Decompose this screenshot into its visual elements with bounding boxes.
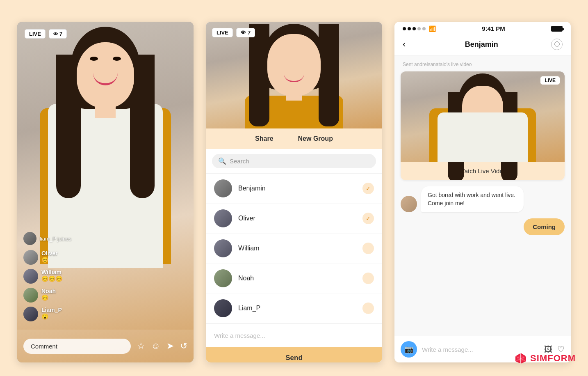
screen1-live: LIVE 👁 7 liam_P joines Oliver 😊 xyxy=(17,22,194,362)
incoming-message-row: Got bored with work and went live. Come … xyxy=(401,186,565,212)
back-button[interactable]: ‹ xyxy=(403,39,406,50)
signal-dot-1 xyxy=(403,27,406,30)
sender-avatar xyxy=(401,196,417,212)
comment-noah: Noah 😊 xyxy=(23,288,71,303)
person-eye-left xyxy=(90,57,98,61)
cp-neck xyxy=(475,103,490,113)
noah2-avatar xyxy=(214,269,232,287)
battery-icon xyxy=(551,26,563,32)
info-button[interactable]: ⓘ xyxy=(551,39,563,50)
william-name: William xyxy=(41,269,62,275)
signal-dot-4 xyxy=(417,27,421,30)
star-icon[interactable]: ☆ xyxy=(137,341,145,351)
card-person xyxy=(401,71,565,162)
live-video-card[interactable]: LIVE Watch Live Video xyxy=(401,71,565,180)
eye-icon2: 👁 xyxy=(241,30,246,36)
william2-avatar xyxy=(214,239,232,257)
oliver-check[interactable]: ✓ xyxy=(362,213,374,224)
chat-nav: ‹ Benjamin ⓘ xyxy=(394,34,571,55)
live-card-badge: LIVE xyxy=(540,76,560,85)
join-avatar xyxy=(23,232,36,245)
chat-title: Benjamin xyxy=(412,40,551,49)
send-button[interactable]: Send xyxy=(206,347,382,362)
message-bar: Write a message... xyxy=(206,323,382,347)
contact-noah2[interactable]: Noah xyxy=(206,264,382,293)
screen2-viewers: 👁 7 xyxy=(236,28,255,37)
liamp-emoji: 😮 xyxy=(41,313,62,320)
oliver2-name: Oliver xyxy=(238,215,362,222)
person-neck xyxy=(95,102,116,118)
viewers-count: 7 xyxy=(59,31,62,37)
new-group-label[interactable]: New Group xyxy=(298,135,333,142)
simform-diamond-icon xyxy=(515,352,527,365)
comment-oliver: Oliver 😊 xyxy=(23,250,71,265)
cp-body xyxy=(438,112,528,162)
live-bottom-bar: Comment ☆ ☺ ➤ ↺ xyxy=(17,330,194,362)
message-bubble: Got bored with work and went live. Come … xyxy=(421,186,524,212)
comments-overlay: liam_P joines Oliver 😊 William 😊😊😊 xyxy=(23,232,71,326)
william-check[interactable] xyxy=(362,243,374,254)
comment-william: William 😊😊😊 xyxy=(23,269,71,284)
search-placeholder: Search xyxy=(230,158,249,165)
chat-body: Sent andreisanatalo's live video xyxy=(394,55,571,336)
liamp-name: Liam_P xyxy=(41,307,62,313)
contact-list: Benjamin ✓ Oliver ✓ William Noah xyxy=(206,174,382,323)
comment-liamp: Liam_P 😮 xyxy=(23,307,71,321)
share-search-area: 🔍 Search xyxy=(206,149,382,174)
contact-benjamin[interactable]: Benjamin ✓ xyxy=(206,174,382,204)
refresh-icon[interactable]: ↺ xyxy=(180,341,187,351)
noah2-name: Noah xyxy=(238,275,362,282)
eye-icon: 👁 xyxy=(53,32,58,37)
emoji-icon[interactable]: ☺ xyxy=(151,341,160,351)
liamp2-name: Liam_P xyxy=(238,305,362,312)
william-avatar xyxy=(23,269,38,284)
join-message: liam_P joines xyxy=(23,232,71,245)
oliver-emoji: 😊 xyxy=(41,257,58,263)
comment-input[interactable]: Comment xyxy=(23,339,131,354)
coming-reply[interactable]: Coming xyxy=(524,218,565,235)
sent-label: Sent andreisanatalo's live video xyxy=(401,62,565,67)
screen3-chat: 📶 9:41 PM ‹ Benjamin ⓘ Sent andreisanata… xyxy=(394,22,571,362)
contact-liamp2[interactable]: Liam_P xyxy=(206,293,382,323)
live-tag: LIVE xyxy=(25,29,46,39)
live-badge-area: LIVE 👁 7 xyxy=(25,29,67,39)
live-card-image: LIVE xyxy=(401,71,565,162)
screen2-live-tag: LIVE xyxy=(212,28,233,37)
benjamin-avatar xyxy=(214,179,232,197)
signal-area: 📶 xyxy=(403,25,436,32)
camera-icon: 📷 xyxy=(404,345,413,354)
screen2-top-video: LIVE 👁 7 xyxy=(206,22,382,128)
screen2-viewers-count: 7 xyxy=(248,30,251,36)
oliver-avatar xyxy=(23,250,38,265)
contact-oliver[interactable]: Oliver ✓ xyxy=(206,204,382,234)
benjamin-check[interactable]: ✓ xyxy=(362,183,374,194)
camera-button[interactable]: 📷 xyxy=(401,341,417,358)
person-eye-right xyxy=(113,57,121,61)
watch-live-button[interactable]: Watch Live Video xyxy=(401,162,565,180)
simform-logo: SIMFORM xyxy=(515,352,576,365)
oliver2-avatar xyxy=(214,209,232,227)
contact-william2[interactable]: William xyxy=(206,234,382,264)
chat-input[interactable]: Write a message... xyxy=(422,346,539,353)
simform-text: SIMFORM xyxy=(530,353,576,364)
oliver-name: Oliver xyxy=(41,250,58,257)
william2-name: William xyxy=(238,245,362,252)
search-box: 🔍 Search xyxy=(212,154,376,168)
noah-avatar xyxy=(23,288,38,303)
signal-dot-2 xyxy=(408,27,411,30)
send-icon[interactable]: ➤ xyxy=(166,341,174,351)
signal-dot-3 xyxy=(413,27,416,30)
status-bar: 📶 9:41 PM xyxy=(394,22,571,34)
noah-check[interactable] xyxy=(362,273,374,284)
signal-dot-5 xyxy=(422,27,426,30)
screen2-body: Share New Group 🔍 Search Benjamin ✓ xyxy=(206,128,382,362)
liamp-check[interactable] xyxy=(362,303,374,314)
share-label[interactable]: Share xyxy=(255,135,273,142)
status-time: 9:41 PM xyxy=(482,25,505,32)
message-input[interactable]: Write a message... xyxy=(212,328,376,343)
benjamin-name: Benjamin xyxy=(238,185,362,192)
search-icon: 🔍 xyxy=(218,157,226,165)
screen2-live-badge: LIVE 👁 7 xyxy=(212,28,255,37)
liamp-avatar xyxy=(23,307,38,321)
noah-emoji: 😊 xyxy=(41,294,56,301)
